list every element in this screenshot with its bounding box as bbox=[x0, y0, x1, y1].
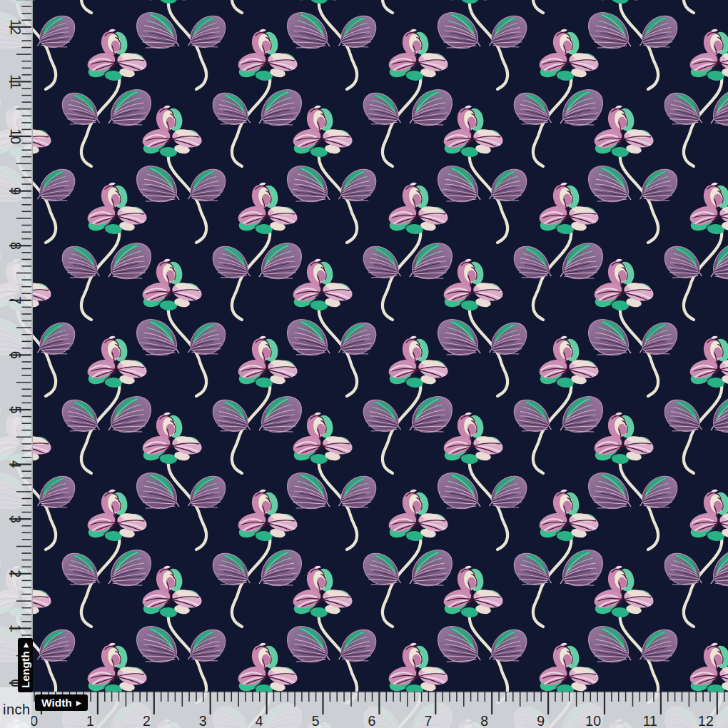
svg-text:2: 2 bbox=[8, 570, 24, 577]
svg-text:11: 11 bbox=[8, 74, 24, 89]
svg-text:9: 9 bbox=[537, 713, 545, 728]
svg-text:3: 3 bbox=[199, 713, 207, 728]
svg-text:12: 12 bbox=[698, 713, 714, 728]
width-badge: Width ▶ bbox=[35, 694, 88, 711]
svg-text:10: 10 bbox=[8, 128, 24, 144]
svg-text:5: 5 bbox=[8, 405, 24, 413]
right-arrow-icon: ▶ bbox=[76, 699, 81, 707]
svg-text:6: 6 bbox=[8, 351, 24, 359]
svg-text:7: 7 bbox=[424, 713, 432, 728]
svg-text:1: 1 bbox=[86, 713, 94, 728]
svg-text:9: 9 bbox=[8, 187, 24, 195]
svg-text:2: 2 bbox=[143, 713, 151, 728]
unit-label: inch bbox=[3, 702, 31, 718]
svg-text:0: 0 bbox=[31, 713, 38, 728]
width-badge-label: Width bbox=[41, 697, 72, 709]
svg-text:11: 11 bbox=[643, 713, 657, 728]
ruler-corner: inch bbox=[0, 687, 31, 728]
svg-text:3: 3 bbox=[8, 515, 24, 523]
length-badge-label: Length bbox=[19, 651, 32, 688]
svg-text:6: 6 bbox=[368, 713, 376, 728]
svg-text:8: 8 bbox=[480, 713, 488, 728]
svg-text:12: 12 bbox=[8, 19, 24, 35]
svg-text:4: 4 bbox=[8, 460, 24, 468]
svg-text:10: 10 bbox=[585, 713, 601, 728]
ruler-horizontal-width: 0123456789101112 bbox=[31, 692, 728, 728]
ruler-vertical-length: 0123456789101112 bbox=[0, 0, 33, 687]
up-arrow-icon: ▶ bbox=[22, 642, 29, 647]
svg-text:5: 5 bbox=[312, 713, 320, 728]
fabric-pattern bbox=[0, 0, 728, 728]
length-badge: Length ▶ bbox=[18, 638, 33, 692]
svg-text:1: 1 bbox=[8, 625, 24, 632]
fabric-mockup: 0123456789101112 0123456789101112 inch L… bbox=[0, 0, 728, 728]
svg-text:4: 4 bbox=[256, 713, 263, 728]
svg-text:8: 8 bbox=[8, 242, 24, 250]
svg-text:7: 7 bbox=[8, 296, 24, 304]
